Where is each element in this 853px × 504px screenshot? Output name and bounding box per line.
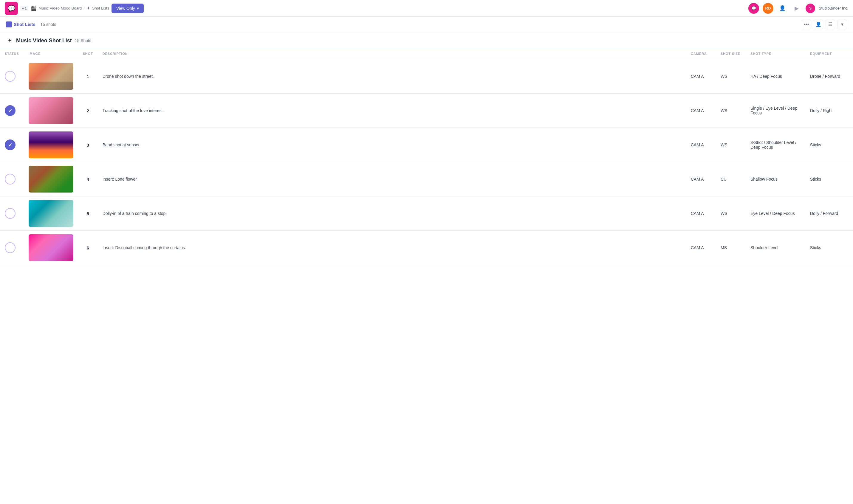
table-row: 5Dolly-in of a train coming to a stop.CA…	[0, 196, 853, 231]
user-initials: RD	[765, 6, 771, 11]
shot-table-body: 1Drone shot down the street.CAM AWSHA / …	[0, 59, 853, 265]
view-toggle-button[interactable]: ☰	[825, 20, 835, 29]
col-header-shot-size: SHOT SIZE	[716, 48, 746, 59]
col-header-description: DESCRIPTION	[98, 48, 686, 59]
equipment-value: Sticks	[810, 142, 821, 147]
table-row: 4Insert: Lone flowerCAM ACUShallow Focus…	[0, 162, 853, 196]
studio-logo-symbol: S	[809, 6, 812, 11]
shot-size-cell: WS	[716, 59, 746, 94]
shot-size-cell: WS	[716, 196, 746, 231]
chat-icon: 💬	[751, 6, 756, 11]
status-circle[interactable]	[5, 105, 16, 116]
camera-cell: CAM A	[686, 162, 716, 196]
shot-size-value: MS	[721, 245, 727, 250]
person-icon-button[interactable]: 👤	[814, 20, 823, 29]
table-row: 3Band shot at sunsetCAM AWS3-Shot / Shou…	[0, 128, 853, 162]
shot-type-cell: Single / Eye Level / Deep Focus	[746, 94, 805, 128]
status-circle[interactable]	[5, 174, 16, 184]
status-circle[interactable]	[5, 71, 16, 82]
dropdown-chevron-icon: ▾	[137, 6, 139, 11]
description-cell: Insert: Lone flower	[98, 162, 686, 196]
shot-number: 4	[87, 177, 89, 182]
shot-size-value: WS	[721, 108, 728, 113]
mood-board-icon: 🎬	[31, 5, 37, 11]
shot-number-cell: 5	[78, 196, 98, 231]
shot-type-value: HA / Deep Focus	[750, 74, 782, 79]
camera-value: CAM A	[691, 142, 704, 147]
status-cell	[0, 59, 24, 94]
image-cell	[24, 231, 78, 265]
sub-nav-right: ••• 👤 ☰ ▾	[802, 20, 847, 29]
shot-type-cell: Shoulder Level	[746, 231, 805, 265]
shot-description: Drone shot down the street.	[103, 74, 154, 79]
shot-lists-tab[interactable]: Shot Lists	[6, 21, 35, 28]
description-cell: Tracking shot of the love interest.	[98, 94, 686, 128]
users-icon-button[interactable]: 👤	[777, 3, 788, 14]
status-circle[interactable]	[5, 140, 16, 150]
camera-value: CAM A	[691, 177, 704, 181]
shot-size-cell: WS	[716, 94, 746, 128]
shot-description: Tracking shot of the love interest.	[103, 108, 164, 113]
shot-type-value: Shoulder Level	[750, 245, 778, 250]
shot-type-value: Single / Eye Level / Deep Focus	[750, 106, 797, 115]
user-avatar[interactable]: RD	[763, 3, 774, 14]
shot-list-header-icon: ✦	[6, 37, 13, 44]
equipment-cell: Sticks	[805, 162, 853, 196]
equipment-value: Sticks	[810, 177, 821, 181]
equipment-value: Drone / Forward	[810, 74, 840, 79]
version-badge: v 1	[20, 6, 28, 11]
shot-number-cell: 1	[78, 59, 98, 94]
status-circle[interactable]	[5, 242, 16, 253]
shot-number: 1	[87, 74, 89, 79]
mood-board-label: Music Video Mood Board	[38, 6, 82, 11]
shot-thumbnail	[29, 63, 73, 90]
camera-cell: CAM A	[686, 94, 716, 128]
shot-type-value: 3-Shot / Shoulder Level / Deep Focus	[750, 140, 796, 150]
shot-thumbnail	[29, 97, 73, 124]
status-cell	[0, 231, 24, 265]
equipment-value: Sticks	[810, 245, 821, 250]
chevron-down-icon: ▾	[841, 21, 843, 27]
shot-size-cell: WS	[716, 128, 746, 162]
status-circle[interactable]	[5, 208, 16, 219]
play-icon-button[interactable]: ▶	[791, 3, 802, 14]
breadcrumb: 🎬 Music Video Mood Board / ✦ Shot Lists	[31, 5, 109, 11]
status-cell	[0, 94, 24, 128]
equipment-cell: Sticks	[805, 128, 853, 162]
status-cell	[0, 162, 24, 196]
camera-cell: CAM A	[686, 196, 716, 231]
camera-cell: CAM A	[686, 231, 716, 265]
nav-left: 💬 v 1 🎬 Music Video Mood Board / ✦ Shot …	[5, 2, 746, 15]
shot-thumbnail	[29, 234, 73, 261]
status-cell	[0, 196, 24, 231]
chat-avatar[interactable]: 💬	[748, 3, 759, 14]
shot-description: Insert: Lone flower	[103, 177, 137, 181]
sub-navigation: Shot Lists 15 shots ••• 👤 ☰ ▾	[0, 17, 853, 32]
image-cell	[24, 128, 78, 162]
play-icon: ▶	[795, 5, 799, 12]
shot-lists-nav-icon: ✦	[87, 5, 90, 11]
shot-lists-nav-item[interactable]: ✦ Shot Lists	[87, 5, 109, 11]
description-cell: Insert: Discoball coming through the cur…	[98, 231, 686, 265]
view-only-label: View Only	[116, 6, 135, 11]
shot-type-cell: 3-Shot / Shoulder Level / Deep Focus	[746, 128, 805, 162]
mood-board-nav-item[interactable]: 🎬 Music Video Mood Board	[31, 5, 82, 11]
shot-lists-nav-label: Shot Lists	[92, 6, 109, 11]
shot-lists-tab-label: Shot Lists	[14, 22, 35, 27]
image-cell	[24, 196, 78, 231]
shot-number: 3	[87, 142, 89, 147]
col-header-equipment: EQUIPMENT	[805, 48, 853, 59]
top-navigation: 💬 v 1 🎬 Music Video Mood Board / ✦ Shot …	[0, 0, 853, 17]
shot-size-cell: MS	[716, 231, 746, 265]
shot-type-value: Eye Level / Deep Focus	[750, 211, 795, 216]
brand-icon[interactable]: 💬	[5, 2, 18, 15]
table-row: 2Tracking shot of the love interest.CAM …	[0, 94, 853, 128]
shot-size-value: WS	[721, 74, 728, 79]
chevron-down-button[interactable]: ▾	[837, 20, 847, 29]
more-options-button[interactable]: •••	[802, 20, 811, 29]
description-cell: Band shot at sunset	[98, 128, 686, 162]
equipment-cell: Drone / Forward	[805, 59, 853, 94]
shot-type-cell: Eye Level / Deep Focus	[746, 196, 805, 231]
view-only-button[interactable]: View Only ▾	[111, 4, 144, 13]
shot-size-value: WS	[721, 142, 728, 147]
